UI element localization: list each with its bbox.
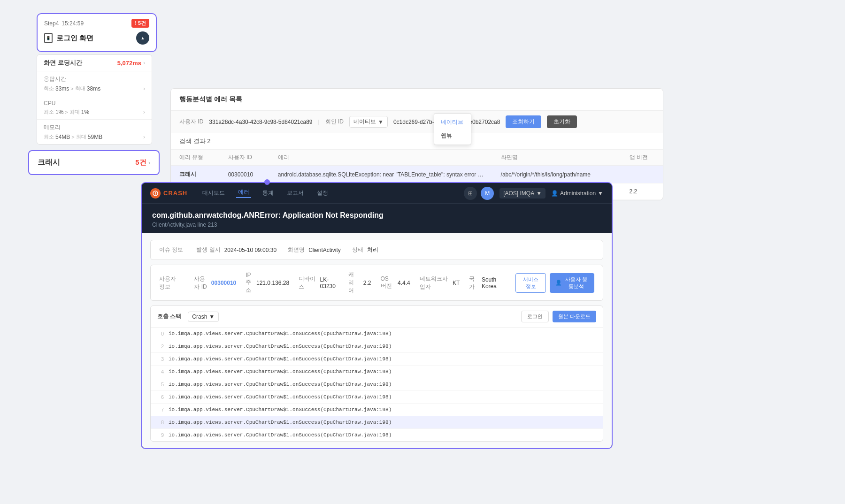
crash-error-sub: ClientActivity.java line 213 <box>152 221 601 228</box>
crash-error-title: com.github.anrwatchdog.ANRError: Applica… <box>152 211 601 220</box>
connector-dot <box>264 179 270 185</box>
stack-item[interactable]: 2 io.imqa.app.views.server.CpuChartDraw$… <box>151 340 603 353</box>
issue-label: 이슈 정보 <box>159 246 183 254</box>
nav-error[interactable]: 에러 <box>236 188 251 198</box>
status-label: 상태 <box>352 246 363 254</box>
stack-trace-list: 0 io.imqa.app.views.server.CpuChartDraw$… <box>151 328 603 441</box>
mem-max: 59MB <box>88 134 102 140</box>
response-sub: 최소 <box>44 85 54 92</box>
history-button[interactable]: 서비스정보 <box>515 273 546 293</box>
ip-label: IP 주소 <box>246 272 253 294</box>
stack-num: 2 <box>157 344 164 349</box>
crash-card[interactable]: 크래시 5건 › <box>28 150 160 175</box>
version-cell <box>621 166 663 183</box>
metrics-panel: 화면 로딩시간 5,072ms › 응답시간 최소 33ms > 최대 38ms… <box>37 54 152 145</box>
response-max: 38ms <box>87 85 100 92</box>
stack-code: io.imqa.app.views.server.CpuChartDraw$1.… <box>169 331 392 336</box>
search-button[interactable]: 조회하기 <box>506 115 541 128</box>
dropdown-option-native[interactable]: 네이티브 <box>434 115 471 129</box>
user-action-btns: 서비스정보 👤 사용자 행동분석 <box>515 273 594 293</box>
stack-item[interactable]: 7 io.imqa.app.views.server.CpuChartDraw$… <box>151 404 603 416</box>
stack-type-value: Crash <box>192 313 207 320</box>
stack-item[interactable]: 6 io.imqa.app.views.server.CpuChartDraw$… <box>151 391 603 404</box>
dropdown-option-webview[interactable]: 웹뷰 <box>434 129 471 143</box>
network-value: KT <box>453 280 460 286</box>
svg-point-2 <box>155 194 156 195</box>
table-row[interactable]: 크래시 00300010 android.database.sqlite.SQL… <box>171 166 663 183</box>
loading-value: 5,072ms <box>117 60 141 67</box>
user-id-cell: 00300010 <box>220 166 269 183</box>
dropdown-arrow: ▼ <box>378 119 384 125</box>
nav-report[interactable]: 보고서 <box>285 189 306 197</box>
log-button[interactable]: 로그인 <box>521 311 549 322</box>
cpu-min: 1% <box>55 109 63 115</box>
mem-sub: 최소 <box>44 133 54 140</box>
stack-item[interactable]: 0 io.imqa.app.views.server.CpuChartDraw$… <box>151 328 603 340</box>
analysis-button[interactable]: 👤 사용자 행동분석 <box>550 273 594 293</box>
nav-dashboard[interactable]: 대시보드 <box>200 189 227 197</box>
app-chevron: ▼ <box>536 190 542 197</box>
country-label: 국가 <box>469 275 478 291</box>
stack-header: 호출 스택 Crash ▼ 로그인 원본 다운로드 <box>151 306 603 328</box>
reset-button[interactable]: 초기화 <box>547 115 577 128</box>
crash-count: 5건 <box>135 158 146 167</box>
nav-icon-1[interactable]: ⊞ <box>464 187 477 200</box>
uid-label: 사용자 ID <box>194 275 207 291</box>
stack-num: 7 <box>157 407 164 412</box>
app-name: [AOS] IMQA <box>503 190 534 197</box>
nav-stats[interactable]: 통계 <box>261 189 276 197</box>
nav-settings[interactable]: 설정 <box>315 189 330 197</box>
user-chevron: ▼ <box>598 190 603 197</box>
stack-item[interactable]: 4 io.imqa.app.views.server.CpuChartDraw$… <box>151 366 603 378</box>
mem-chevron: › <box>143 134 145 140</box>
crash-nav: CRASH 대시보드 에러 통계 보고서 설정 ⊞ M [AOS] IMQA ▼… <box>142 183 612 204</box>
stack-type-select[interactable]: Crash ▼ <box>188 312 219 322</box>
crash-label: 크래시 <box>38 158 60 168</box>
mem-min: 54MB <box>55 134 70 140</box>
country-value: South Korea <box>482 276 506 290</box>
stack-label: 호출 스택 <box>157 313 181 321</box>
device-value: LK-03230 <box>320 276 339 290</box>
col-screen: 화면명 <box>492 150 621 166</box>
analysis-label: 사용자 행동분석 <box>564 276 589 290</box>
carrier-value: 2.2 <box>363 280 371 286</box>
stack-item[interactable]: 9 io.imqa.app.views.server.CpuChartDraw$… <box>151 429 603 441</box>
crash-title-area: com.github.anrwatchdog.ANRError: Applica… <box>142 204 612 233</box>
stack-item[interactable]: 3 io.imqa.app.views.server.CpuChartDraw$… <box>151 353 603 366</box>
stack-code: io.imqa.app.views.server.CpuChartDraw$1.… <box>169 394 392 400</box>
collapse-button[interactable] <box>136 31 149 45</box>
download-button[interactable]: 원본 다운로드 <box>553 311 596 322</box>
app-selector[interactable]: [AOS] IMQA ▼ <box>499 188 545 199</box>
stack-num: 5 <box>157 382 164 387</box>
issue-info-card: 이슈 정보 발생 일시 2024-05-10 09:00:30 화면명 Clie… <box>150 240 603 260</box>
step-header: Step4 15:24:59 ! 5건 <box>44 19 149 28</box>
analysis-icon: 👤 <box>555 280 562 286</box>
loading-metric[interactable]: 화면 로딩시간 5,072ms › <box>37 55 152 71</box>
stack-item[interactable]: 8 io.imqa.app.views.server.CpuChartDraw$… <box>151 416 603 429</box>
session-type-dropdown[interactable]: 네이티브 ▼ <box>349 116 388 128</box>
error-panel-title: 행동분석별 에러 목록 <box>171 89 663 111</box>
col-user-id: 사용자 ID <box>220 150 269 166</box>
stack-code: io.imqa.app.views.server.CpuChartDraw$1.… <box>169 432 392 438</box>
response-chevron: › <box>143 85 145 92</box>
stack-num: 3 <box>157 356 164 362</box>
stack-card: 호출 스택 Crash ▼ 로그인 원본 다운로드 0 io.imqa.app.… <box>150 305 603 442</box>
step-card: Step4 15:24:59 ! 5건 📱 로그인 화면 <box>37 13 157 52</box>
step-time: 15:24:59 <box>61 20 84 27</box>
response-label: 응답시간 <box>44 75 145 83</box>
col-version: 앱 버전 <box>621 150 663 166</box>
response-metric[interactable]: 응답시간 최소 33ms > 최대 38ms › <box>37 71 152 96</box>
screen-cell: /abc/*/origin/*/this/is/long/path/name <box>492 166 621 183</box>
user-id-value[interactable]: 00300010 <box>211 280 236 286</box>
user-selector[interactable]: 👤 Administration ▼ <box>551 190 603 197</box>
nav-icon-2[interactable]: M <box>481 187 494 200</box>
issue-screen: ClientActivity <box>308 247 341 253</box>
step-screen-name: 로그인 화면 <box>56 34 132 43</box>
stack-item[interactable]: 5 io.imqa.app.views.server.CpuChartDraw$… <box>151 378 603 391</box>
step-title-row: Step4 15:24:59 <box>44 20 84 27</box>
cpu-metric[interactable]: CPU 최소 1% > 최대 1% › <box>37 96 152 120</box>
stack-num: 0 <box>157 331 164 336</box>
session-type-dropdown-menu: 네이티브 웹뷰 <box>434 113 471 145</box>
memory-metric[interactable]: 메모리 최소 54MB > 최대 59MB › <box>37 120 152 144</box>
crash-chevron: › <box>148 159 150 166</box>
